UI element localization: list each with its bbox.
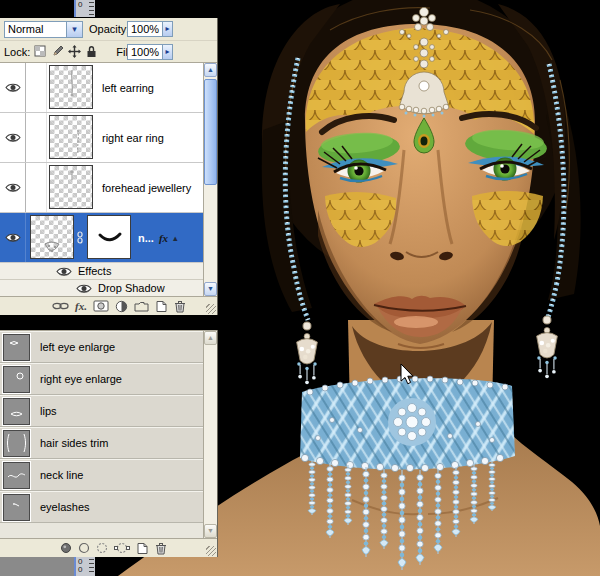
opacity-input[interactable]: 100% ▸ — [127, 21, 173, 37]
scroll-thumb[interactable] — [204, 79, 217, 185]
layer-thumbnail-art — [31, 216, 75, 260]
path-name[interactable]: lips — [40, 405, 57, 417]
path-thumbnail[interactable] — [3, 462, 30, 489]
path-name[interactable]: left eye enlarge — [40, 341, 115, 353]
layers-scrollbar[interactable]: ▲ ▼ — [203, 63, 217, 296]
fill-value: 100% — [128, 45, 162, 59]
path-name[interactable]: neck line — [40, 469, 83, 481]
resize-grip[interactable] — [206, 304, 216, 314]
eye-icon — [5, 232, 21, 243]
opacity-slider-arrow-icon[interactable]: ▸ — [162, 22, 172, 36]
layer-row-forehead-jewellery[interactable]: forehead jewellery — [0, 163, 204, 213]
effects-expander-icon[interactable]: ▴ — [173, 233, 178, 243]
photoshop-workspace: 0 0 0 Normal ▾ Opacity: 100% ▸ Lock: — [0, 0, 600, 576]
layers-header-row-1: Normal ▾ Opacity: 100% ▸ — [0, 18, 217, 40]
scroll-track[interactable] — [204, 77, 217, 282]
drop-shadow-row[interactable]: Drop Shadow — [0, 280, 204, 296]
scroll-up-button[interactable]: ▲ — [204, 63, 217, 77]
layer-thumbnail-art — [50, 66, 94, 110]
path-thumbnail[interactable] — [3, 398, 30, 425]
new-layer-button[interactable] — [155, 300, 168, 313]
lock-paint-button[interactable] — [51, 45, 64, 58]
path-thumbnail[interactable] — [3, 494, 30, 521]
path-thumbnail-art — [4, 431, 29, 456]
path-thumbnail-art — [4, 367, 29, 392]
eye-icon — [56, 266, 72, 277]
layer-name[interactable]: right ear ring — [102, 132, 164, 144]
path-thumbnail-art — [4, 463, 29, 488]
path-row-lips[interactable]: lips — [0, 395, 204, 427]
layer-row-right-ear-ring[interactable]: right ear ring — [0, 113, 204, 163]
make-work-path-button[interactable] — [114, 542, 130, 554]
visibility-toggle[interactable] — [56, 266, 72, 277]
new-group-button[interactable] — [134, 301, 149, 312]
path-thumbnail[interactable] — [3, 334, 30, 361]
layer-row-left-earring[interactable]: left earring — [0, 63, 204, 113]
layer-name[interactable]: left earring — [102, 82, 154, 94]
stroke-path-button[interactable] — [78, 542, 90, 554]
layer-style-fx-icon[interactable]: fx — [159, 232, 168, 244]
effects-row[interactable]: Effects — [0, 263, 204, 280]
lock-transparency-button[interactable] — [34, 45, 47, 58]
path-thumbnail[interactable] — [3, 430, 30, 457]
lock-position-button[interactable] — [68, 45, 81, 58]
layer-thumbnail[interactable] — [49, 65, 93, 109]
layer-thumbnail[interactable] — [49, 165, 93, 209]
scroll-up-button[interactable]: ▲ — [204, 331, 217, 345]
opacity-value: 100% — [128, 22, 162, 36]
path-row-neck-line[interactable]: neck line — [0, 459, 204, 491]
add-layer-style-button[interactable]: fx. — [75, 300, 87, 312]
effects-label: Effects — [78, 265, 111, 277]
visibility-toggle[interactable] — [76, 283, 92, 294]
new-path-button[interactable] — [136, 542, 149, 555]
path-name[interactable]: hair sides trim — [40, 437, 108, 449]
scroll-track[interactable] — [204, 345, 217, 524]
blend-mode-select[interactable]: Normal ▾ — [4, 21, 83, 38]
layer-name[interactable]: n... — [138, 232, 154, 244]
layer-thumbnail[interactable] — [49, 115, 93, 159]
layer-thumbnail[interactable] — [30, 215, 74, 259]
chevron-down-icon[interactable]: ▾ — [66, 22, 82, 37]
visibility-toggle[interactable] — [0, 163, 26, 212]
link-layers-button[interactable] — [52, 301, 69, 311]
path-row-eyelashes[interactable]: eyelashes — [0, 491, 204, 523]
link-column — [26, 113, 47, 162]
lock-all-button[interactable] — [85, 45, 98, 58]
fill-path-button[interactable] — [60, 542, 72, 554]
path-name[interactable]: right eye enlarge — [40, 373, 122, 385]
link-column — [26, 63, 47, 112]
blend-mode-value: Normal — [5, 22, 66, 37]
fill-slider-arrow-icon[interactable]: ▸ — [162, 45, 172, 59]
load-path-as-selection-button[interactable] — [96, 542, 108, 554]
visibility-toggle[interactable] — [0, 213, 26, 262]
scroll-down-button[interactable]: ▼ — [204, 282, 217, 296]
ruler-ticks — [89, 2, 94, 16]
paths-scrollbar[interactable]: ▲ ▼ — [203, 331, 217, 538]
eye-icon — [76, 283, 92, 294]
path-thumbnail-art — [4, 399, 29, 424]
layer-row-selected-necklace[interactable]: n... fx ▴ — [0, 213, 204, 263]
path-name[interactable]: eyelashes — [40, 501, 90, 513]
delete-path-button[interactable] — [155, 542, 167, 555]
path-thumbnail-art — [4, 335, 29, 360]
path-row-hair-sides-trim[interactable]: hair sides trim — [0, 427, 204, 459]
new-adjustment-layer-button[interactable] — [115, 300, 128, 313]
add-layer-mask-button[interactable] — [93, 300, 109, 312]
path-row-left-eye-enlarge[interactable]: left eye enlarge — [0, 331, 204, 363]
ruler-fragment-bottom: 0 0 — [74, 557, 95, 576]
mask-link-icon[interactable] — [76, 231, 84, 245]
resize-grip[interactable] — [206, 546, 216, 556]
visibility-toggle[interactable] — [0, 63, 26, 112]
visibility-toggle[interactable] — [0, 113, 26, 162]
delete-layer-button[interactable] — [174, 300, 186, 313]
mask-curve-art — [88, 216, 132, 260]
path-thumbnail-art — [4, 495, 29, 520]
layer-mask-thumbnail[interactable] — [87, 215, 131, 259]
layer-name[interactable]: forehead jewellery — [102, 182, 191, 194]
path-thumbnail[interactable] — [3, 366, 30, 393]
path-row-right-eye-enlarge[interactable]: right eye enlarge — [0, 363, 204, 395]
scroll-down-button[interactable]: ▼ — [204, 524, 217, 538]
paths-panel: left eye enlarge right eye enlarge lips … — [0, 330, 218, 557]
fill-input[interactable]: 100% ▸ — [127, 44, 173, 60]
paths-toolbar — [0, 538, 217, 557]
